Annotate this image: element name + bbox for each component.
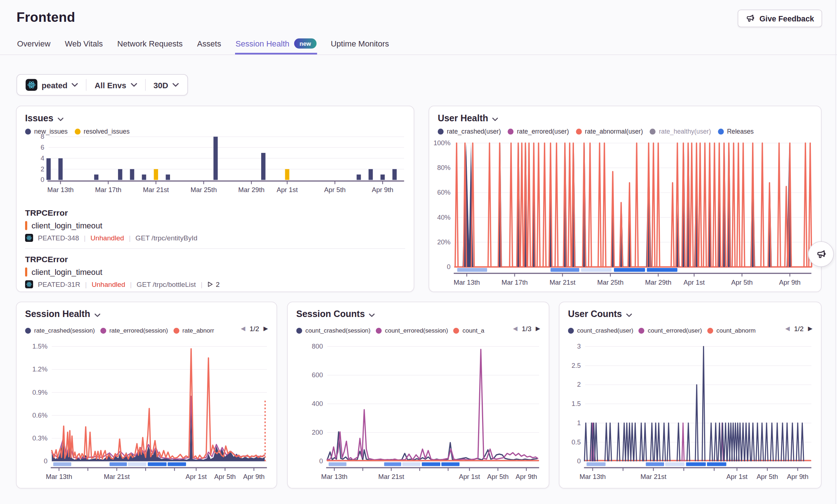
- legend-dot: [568, 328, 574, 333]
- svg-text:Apr 1st: Apr 1st: [276, 186, 298, 194]
- play-icon: [207, 281, 213, 287]
- svg-text:100%: 100%: [433, 139, 450, 147]
- svg-text:Apr 1st: Apr 1st: [727, 473, 748, 480]
- svg-text:0: 0: [577, 457, 581, 465]
- legend-item[interactable]: count_errored(user): [639, 327, 702, 334]
- svg-text:0.3%: 0.3%: [32, 434, 48, 442]
- react-project-icon: [25, 234, 33, 242]
- svg-text:2.5: 2.5: [571, 362, 581, 369]
- legend-page-indicator: 1/2: [794, 325, 804, 333]
- new-badge: new: [294, 38, 316, 49]
- user-counts-chart[interactable]: 00.511.522.53Mar 13thMar 21stApr 1stApr …: [564, 342, 817, 487]
- legend-item[interactable]: rate_crashed(session): [25, 327, 95, 334]
- legend-item[interactable]: rate_errored(session): [100, 327, 168, 334]
- legend-dot: [173, 328, 179, 333]
- chevron-down-icon: [173, 83, 179, 87]
- svg-text:2: 2: [577, 381, 581, 388]
- issue-error-type[interactable]: TRPCError: [25, 255, 405, 264]
- session-counts-chart[interactable]: 0200400600800Mar 13thMar 21stApr 1stApr …: [292, 342, 545, 487]
- issue-row[interactable]: TRPCError client_login_timeout PEATED-34…: [25, 202, 405, 248]
- environment-filter[interactable]: All Envs: [95, 80, 137, 89]
- legend-dot: [376, 328, 382, 333]
- svg-text:3: 3: [577, 342, 581, 350]
- chevron-down-icon: [492, 117, 498, 121]
- legend-next-button[interactable]: ▶: [808, 326, 812, 332]
- date-range-filter[interactable]: 30D: [154, 80, 179, 89]
- svg-text:Mar 21st: Mar 21st: [143, 186, 169, 194]
- floating-feedback-button[interactable]: [808, 241, 834, 267]
- user-health-widget-title[interactable]: User Health: [438, 113, 813, 124]
- svg-text:1.5: 1.5: [571, 400, 581, 407]
- svg-text:Apr 1st: Apr 1st: [684, 279, 705, 286]
- svg-text:200: 200: [312, 428, 323, 436]
- tab-uptime-monitors[interactable]: Uptime Monitors: [330, 35, 389, 54]
- issues-panel: Issues new_issuesresolved_issues 02468Ma…: [16, 106, 414, 292]
- legend-next-button[interactable]: ▶: [536, 326, 540, 332]
- issue-handling-badge: Unhandled: [92, 280, 125, 288]
- svg-text:Apr 5th: Apr 5th: [214, 473, 236, 480]
- chevron-down-icon: [58, 117, 64, 121]
- issue-error-type[interactable]: TRPCError: [25, 208, 405, 218]
- svg-text:1.5%: 1.5%: [32, 342, 48, 350]
- legend-prev-button[interactable]: ◀: [785, 326, 789, 332]
- legend-item[interactable]: count_errored(session): [376, 327, 448, 334]
- chevron-down-icon: [94, 313, 100, 317]
- chevron-down-icon: [72, 83, 78, 87]
- svg-text:8: 8: [41, 134, 44, 140]
- user-health-chart[interactable]: 020%40%60%80%100%Mar 13thMar 17thMar 21s…: [433, 134, 817, 290]
- user-counts-widget-title[interactable]: User Counts: [568, 309, 812, 320]
- give-feedback-button[interactable]: Give Feedback: [737, 9, 822, 27]
- svg-text:Apr 9th: Apr 9th: [787, 473, 808, 480]
- legend-next-button[interactable]: ▶: [263, 326, 268, 332]
- legend-item[interactable]: count_crashed(user): [568, 327, 633, 334]
- svg-text:600: 600: [312, 371, 323, 379]
- tab-bar: Overview Web Vitals Network Requests Ass…: [0, 35, 837, 55]
- legend-item[interactable]: count_abnorm: [707, 327, 756, 334]
- issues-chart[interactable]: 02468Mar 13thMar 17thMar 21stMar 25thMar…: [21, 134, 409, 197]
- megaphone-icon: [745, 14, 755, 23]
- legend-dot: [25, 129, 31, 134]
- tab-assets[interactable]: Assets: [197, 35, 222, 54]
- issue-handling-badge: Unhandled: [90, 234, 124, 242]
- svg-text:Mar 29th: Mar 29th: [645, 279, 671, 286]
- tab-network-requests[interactable]: Network Requests: [117, 35, 183, 54]
- tab-overview[interactable]: Overview: [17, 35, 51, 54]
- issue-message: client_login_timeout: [32, 268, 102, 277]
- legend-prev-button[interactable]: ◀: [241, 326, 245, 332]
- legend-page-indicator: 1/2: [250, 325, 259, 333]
- session-health-widget-title[interactable]: Session Health: [25, 309, 268, 320]
- svg-text:Apr 1st: Apr 1st: [459, 473, 480, 480]
- svg-text:0: 0: [44, 457, 48, 465]
- svg-text:Mar 13th: Mar 13th: [321, 473, 347, 480]
- session-health-chart[interactable]: 00.3%0.6%0.9%1.2%1.5%Mar 13thMar 21stApr…: [21, 342, 272, 487]
- tab-web-vitals[interactable]: Web Vitals: [64, 35, 103, 54]
- svg-text:800: 800: [312, 342, 323, 350]
- svg-text:Apr 5th: Apr 5th: [324, 186, 345, 194]
- svg-text:0.6%: 0.6%: [32, 411, 48, 419]
- legend-dot: [453, 328, 459, 333]
- project-filter[interactable]: peated: [26, 79, 78, 91]
- tab-session-health[interactable]: Session Health new: [235, 35, 317, 54]
- legend-pager: ◀ 1/3 ▶: [510, 325, 540, 333]
- legend-dot: [508, 129, 514, 134]
- session-counts-widget-title[interactable]: Session Counts: [296, 309, 541, 320]
- panel-title: User Counts: [568, 309, 622, 320]
- legend-item[interactable]: count_crashed(session): [296, 327, 371, 334]
- session-counts-legend: count_crashed(session)count_errored(sess…: [296, 327, 510, 334]
- svg-text:Mar 29th: Mar 29th: [238, 186, 264, 194]
- legend-pager: ◀ 1/2 ▶: [238, 325, 268, 333]
- legend-item[interactable]: count_a: [453, 327, 484, 334]
- legend-item[interactable]: rate_abnorr: [173, 327, 214, 334]
- replay-count[interactable]: 2: [207, 280, 220, 288]
- svg-text:Mar 17th: Mar 17th: [501, 279, 527, 286]
- legend-dot: [718, 129, 724, 134]
- legend-dot: [639, 328, 644, 333]
- legend-label: count_crashed(session): [305, 327, 370, 334]
- legend-dot: [707, 328, 713, 333]
- issue-row[interactable]: TRPCError client_login_timeout PEATED-31…: [25, 248, 405, 295]
- filter-divider: [145, 79, 145, 91]
- svg-text:Mar 21st: Mar 21st: [550, 279, 575, 286]
- user-counts-panel: User Counts count_crashed(user)count_err…: [559, 302, 821, 489]
- legend-prev-button[interactable]: ◀: [513, 326, 517, 332]
- issues-widget-title[interactable]: Issues: [25, 113, 405, 124]
